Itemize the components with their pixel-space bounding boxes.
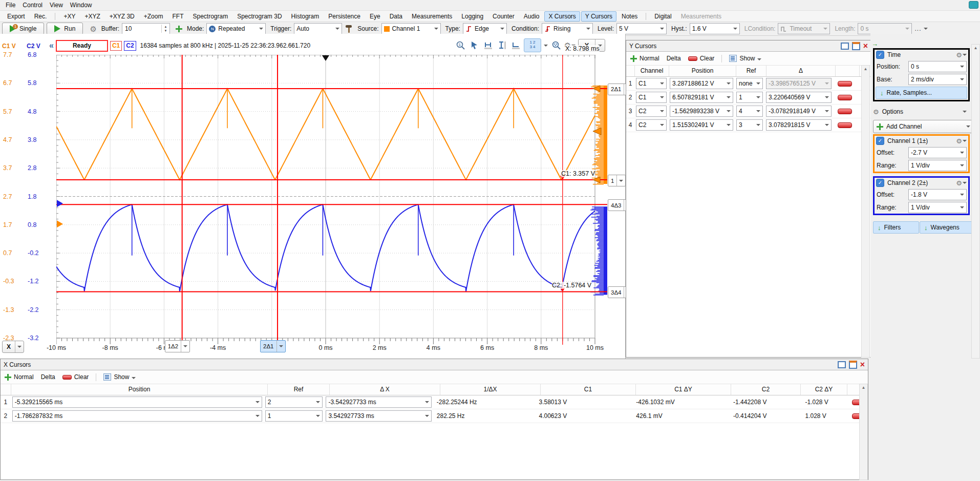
y-table-scrollbar[interactable]: ▲ [861, 65, 870, 358]
ref-select[interactable]: 2 [265, 396, 323, 408]
y-show-button[interactable]: Show [729, 55, 761, 62]
ref-select[interactable]: 1 [265, 410, 323, 422]
zoom-one-icon[interactable]: 1 [455, 40, 466, 51]
x-show-button[interactable]: Show [103, 373, 136, 381]
time-checkbox[interactable]: ✓ [876, 51, 884, 59]
quad-view-toggle[interactable]: 1 23 4 [524, 38, 541, 52]
lcondition-select[interactable]: Timeout [778, 23, 830, 34]
delta-select[interactable]: -3.3985765125 V [766, 78, 832, 89]
tab-counter[interactable]: Counter [488, 11, 519, 22]
delta-x-select[interactable]: -3.542927733 ms [326, 396, 431, 408]
delta-select[interactable]: 3.078291815 V [766, 119, 832, 131]
more-options-chevron[interactable] [924, 28, 928, 30]
sidebar-scrollbar[interactable]: ▲ [971, 44, 980, 359]
x-marker-2Δ1[interactable]: 2Δ1 [260, 340, 285, 352]
add-channel-chevron[interactable] [966, 126, 970, 128]
scope-plot[interactable] [56, 55, 608, 345]
close-icon[interactable]: × [863, 43, 868, 50]
wavegens-button[interactable]: ↓ Wavegens [920, 221, 976, 234]
tab-spectrogram-3d[interactable]: Spectrogram 3D [233, 11, 286, 22]
length-select[interactable]: 0 s [858, 23, 912, 34]
buffer-gear-icon[interactable]: ⚙ [90, 25, 96, 33]
x-add-delta-button[interactable]: Delta [41, 373, 55, 381]
tab-measurements[interactable]: Measurements [408, 11, 456, 22]
zoom-tools-chevron[interactable] [544, 45, 548, 47]
corner-measure-icon[interactable] [510, 40, 521, 51]
tab-notes[interactable]: Notes [617, 11, 642, 22]
restore-icon[interactable] [838, 361, 846, 368]
channel2-gear-icon[interactable]: ⚙ [956, 180, 967, 186]
add-channel-button[interactable]: Add Channel [873, 120, 974, 133]
remove-cursor-button[interactable] [838, 109, 852, 114]
source-select[interactable]: Channel 1 [381, 23, 441, 34]
y-marker-1[interactable]: 1 [608, 175, 626, 186]
mode-select[interactable]: N Repeated [206, 23, 266, 34]
tab--xyz[interactable]: +XYZ [80, 11, 104, 22]
x-table-scrollbar[interactable]: ▲ [859, 384, 868, 480]
add-mode-icon[interactable] [176, 26, 182, 32]
horizontal-measure-icon[interactable] [482, 40, 494, 51]
channel-select[interactable]: C1 [636, 78, 667, 89]
channel1-tab[interactable]: C1 [110, 41, 122, 51]
buffer-spinner[interactable]: 10 ▲▼ [122, 23, 170, 34]
condition-select[interactable]: Rising [542, 23, 593, 34]
restore-icon[interactable] [841, 43, 849, 50]
x-axis-button[interactable]: X [2, 341, 24, 353]
y-add-normal-button[interactable]: Normal [630, 55, 659, 62]
remove-cursor-button[interactable] [838, 95, 852, 100]
position-select[interactable]: -1.786287832 ms [12, 410, 262, 422]
channel-select[interactable]: C1 [636, 92, 667, 103]
y-clear-button[interactable]: Clear [688, 55, 715, 62]
ref-select[interactable]: none [736, 78, 763, 89]
delta-x-select[interactable]: 3.542927733 ms [326, 410, 431, 422]
x-marker-1Δ2[interactable]: 1Δ2 [165, 340, 190, 352]
x-marker-chevron[interactable] [276, 341, 285, 352]
tab--xyz-3d[interactable]: +XYZ 3D [105, 11, 139, 22]
tab--xy[interactable]: +XY [59, 11, 79, 22]
tab-data[interactable]: Data [386, 11, 407, 22]
remove-cursor-button[interactable] [838, 81, 852, 87]
channel2-checkbox[interactable]: ✓ [876, 179, 884, 187]
tab-persistence[interactable]: Persistence [324, 11, 365, 22]
buffer-spinner-arrows[interactable]: ▲▼ [161, 25, 169, 33]
tab-x-cursors[interactable]: X Cursors [544, 11, 580, 22]
menu-window[interactable]: Window [69, 1, 98, 10]
app-window-icon[interactable] [969, 1, 978, 9]
delta-select[interactable]: -3.0782918149 V [766, 106, 832, 117]
pointer-tool-icon[interactable] [468, 40, 480, 51]
level-select[interactable]: 5 V [616, 23, 667, 34]
tab-fft[interactable]: FFT [168, 11, 187, 22]
ref-select[interactable]: 3 [736, 119, 763, 131]
tab-y-cursors[interactable]: Y Cursors [581, 11, 616, 22]
channel1-gear-icon[interactable]: ⚙ [956, 138, 967, 144]
hammer-icon[interactable] [345, 24, 353, 33]
trigger-select[interactable]: Auto [294, 23, 342, 34]
filters-button[interactable]: ↓ Filters [873, 221, 919, 234]
position-select[interactable]: -5.329215565 ms [12, 396, 262, 408]
ref-select[interactable]: 1 [736, 92, 763, 103]
time-position-select[interactable]: 0 s [908, 61, 967, 72]
channel2-tab[interactable]: C2 [124, 41, 136, 51]
maximize-icon[interactable] [852, 42, 860, 50]
single-button[interactable]: 1 Single [2, 23, 44, 35]
channel-select[interactable]: C2 [636, 119, 667, 131]
channel2-offset-select[interactable]: -1.8 V [908, 189, 967, 200]
tab-digital[interactable]: Digital [650, 11, 675, 22]
tab-export[interactable]: Export [3, 11, 29, 22]
channel2-range-select[interactable]: 1 V/div [908, 202, 967, 213]
channel1-checkbox[interactable]: ✓ [876, 137, 884, 145]
hyst-select[interactable]: 1.6 V [690, 23, 740, 34]
tab--zoom[interactable]: +Zoom [140, 11, 167, 22]
options-chevron[interactable] [963, 111, 967, 113]
x-axis-chevron[interactable] [15, 341, 24, 352]
y-marker-chevron[interactable] [616, 175, 625, 186]
expand-arrow-icon[interactable]: → [871, 40, 878, 48]
position-select[interactable]: -1.5629893238 V [670, 106, 733, 117]
ref-select[interactable]: 4 [736, 106, 763, 117]
menu-view[interactable]: View [48, 1, 69, 10]
menu-control[interactable]: Control [21, 1, 48, 10]
tab-eye[interactable]: Eye [366, 11, 385, 22]
close-icon[interactable]: × [860, 361, 865, 368]
tab-logging[interactable]: Logging [457, 11, 487, 22]
maximize-icon[interactable] [849, 361, 857, 369]
